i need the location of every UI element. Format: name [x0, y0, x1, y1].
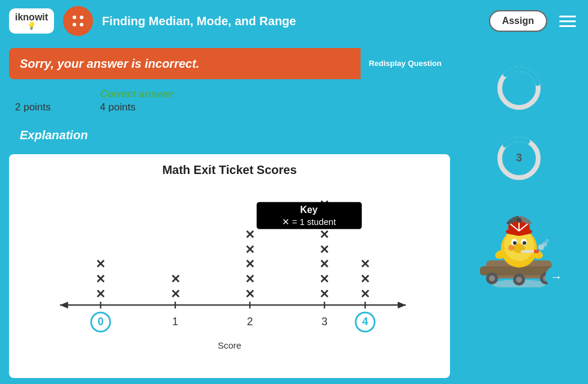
your-answer-value: 2 points [15, 101, 76, 113]
your-answer-col: Your answer 2 points [15, 88, 76, 113]
svg-point-75 [542, 242, 547, 247]
svg-text:✕ = 1 student: ✕ = 1 student [282, 217, 336, 227]
explanation-header: Explanation [9, 122, 450, 148]
hamburger-line [559, 16, 576, 17]
svg-text:✕: ✕ [319, 272, 329, 286]
svg-text:✕: ✕ [245, 257, 255, 271]
chart-wrapper: 0 1 2 3 4 ✕ ✕ ✕ ✕ ✕ [21, 183, 438, 339]
svg-text:✕: ✕ [245, 272, 255, 286]
progress-container: Progress 3/15 [495, 51, 543, 112]
svg-point-0 [73, 16, 76, 19]
score-container: Score 3 [495, 121, 543, 182]
incorrect-banner: Sorry, your answer is incorrect. Redispl… [9, 48, 450, 79]
dice-icon [63, 6, 93, 36]
your-answer-label: Your answer [15, 88, 76, 100]
menu-button[interactable] [556, 13, 579, 30]
svg-text:✕: ✕ [319, 243, 329, 256]
header: iknowit 💡 Finding Median, Mode, and Rang… [0, 0, 588, 42]
svg-point-2 [73, 23, 76, 26]
next-icon: → [550, 270, 562, 284]
hamburger-line [559, 25, 576, 27]
svg-text:3: 3 [322, 316, 328, 328]
svg-text:✕: ✕ [95, 272, 106, 286]
svg-text:✕: ✕ [170, 272, 181, 286]
redisplay-button[interactable]: Redisplay Question [361, 48, 450, 79]
svg-point-50 [489, 275, 495, 281]
svg-text:✕: ✕ [245, 287, 255, 301]
svg-text:✕: ✕ [360, 287, 370, 301]
correct-answer-value: 4 points [100, 101, 174, 113]
score-ring: 3 [495, 134, 543, 182]
svg-point-77 [508, 245, 514, 251]
correct-answer-label: Correct answer [100, 88, 174, 100]
next-button[interactable]: → [545, 266, 567, 287]
progress-label: Progress [498, 51, 539, 62]
svg-text:4: 4 [362, 316, 368, 328]
score-value: 3 [516, 152, 522, 164]
svg-point-52 [516, 277, 522, 283]
svg-text:✕: ✕ [245, 243, 255, 256]
sidebar: Progress 3/15 Score 3 [459, 48, 579, 378]
svg-text:✕: ✕ [319, 287, 329, 301]
svg-text:1: 1 [172, 316, 178, 328]
score-label: Score [506, 121, 532, 132]
svg-text:✕: ✕ [319, 257, 329, 271]
correct-answer-col: Correct answer 4 points [100, 88, 174, 113]
answer-row: Your answer 2 points Correct answer 4 po… [9, 85, 450, 116]
dot-plot-svg: 0 1 2 3 4 ✕ ✕ ✕ ✕ ✕ [21, 183, 438, 339]
svg-text:✕: ✕ [95, 287, 106, 301]
content-area: Sorry, your answer is incorrect. Redispl… [9, 48, 450, 378]
svg-marker-5 [60, 302, 68, 308]
svg-marker-6 [398, 302, 406, 308]
svg-point-66 [517, 218, 521, 223]
svg-text:✕: ✕ [360, 272, 370, 286]
svg-rect-73 [534, 250, 539, 253]
svg-text:✕: ✕ [95, 257, 106, 271]
chart-container: Math Exit Ticket Scores [9, 154, 450, 378]
svg-rect-72 [521, 250, 536, 253]
svg-text:Key: Key [300, 205, 317, 215]
svg-point-1 [80, 16, 83, 19]
svg-text:0: 0 [98, 316, 104, 328]
logo-text: iknowit [15, 12, 48, 23]
main-container: Sorry, your answer is incorrect. Redispl… [0, 42, 588, 384]
mascot-area: → [471, 191, 567, 287]
svg-text:2: 2 [247, 316, 253, 328]
chart-title: Math Exit Ticket Scores [21, 163, 438, 177]
svg-point-3 [80, 23, 83, 26]
svg-point-70 [523, 241, 526, 245]
svg-text:✕: ✕ [245, 228, 255, 241]
progress-ring: 3/15 [495, 64, 543, 112]
logo: iknowit 💡 [9, 8, 54, 34]
svg-point-76 [545, 239, 549, 242]
logo-bulb: 💡 [27, 22, 36, 30]
hamburger-line [559, 20, 576, 22]
svg-text:✕: ✕ [319, 228, 329, 241]
svg-text:✕: ✕ [170, 287, 181, 301]
header-title: Finding Median, Mode, and Range [102, 14, 480, 28]
chart-xlabel: Score [21, 340, 438, 350]
svg-text:✕: ✕ [360, 257, 370, 271]
incorrect-text: Sorry, your answer is incorrect. [9, 57, 210, 71]
assign-button[interactable]: Assign [489, 10, 547, 32]
progress-value: 3/15 [510, 83, 527, 93]
